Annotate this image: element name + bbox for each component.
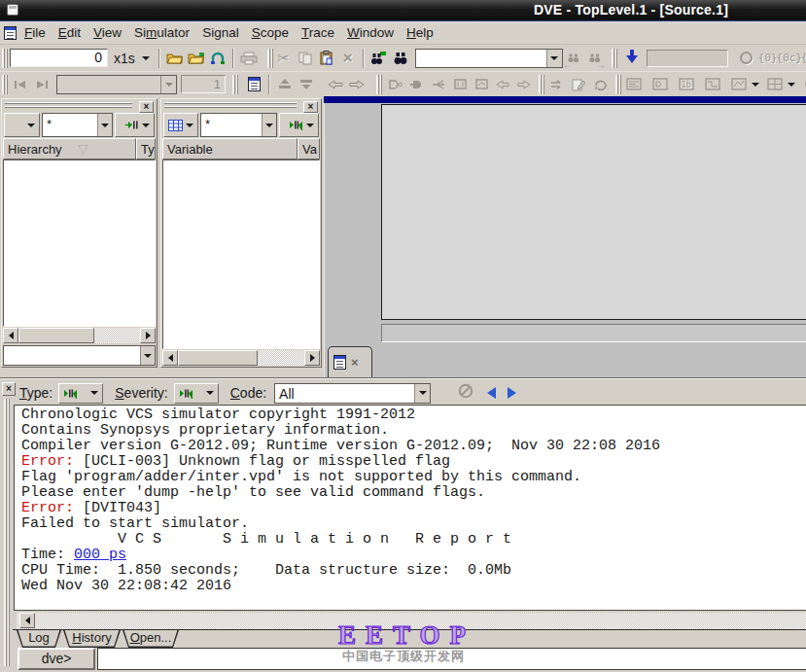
separator (268, 75, 270, 94)
next-message-button[interactable] (508, 387, 516, 399)
hierarchy-panel: × * Hierarchy▽ Ty (1, 98, 158, 368)
wave-view-button (623, 74, 645, 95)
toolbar-grip[interactable] (612, 49, 617, 68)
source-tab-icon (333, 355, 346, 370)
goto-time-button[interactable] (621, 48, 643, 69)
prev-scope-button (325, 74, 346, 95)
panel-drag-handle[interactable]: × (3, 100, 156, 113)
gate-view-button (649, 74, 671, 95)
mdi-active-border (324, 96, 806, 103)
code-label: Code: (230, 385, 266, 401)
find-next-button: → (584, 48, 606, 69)
next-scope-button (346, 74, 368, 95)
back-scope-button (492, 74, 513, 95)
forward-button (31, 74, 53, 95)
find-button[interactable] (390, 48, 411, 69)
menu-bar: FileEditViewSimulatorSignalScopeTraceWin… (0, 21, 806, 45)
severity-filter-dropdown[interactable] (174, 383, 219, 404)
separator (158, 49, 160, 68)
back-button (10, 74, 31, 95)
source-tab[interactable]: × (328, 346, 372, 377)
dropdown-arrow (750, 74, 761, 95)
variable-sync-dropdown[interactable] (279, 113, 319, 137)
hierarchy-type-dropdown[interactable] (4, 113, 40, 137)
tab-log[interactable]: Log (17, 630, 61, 648)
prompt-button[interactable]: dve> (18, 648, 95, 670)
window-icon[interactable] (7, 4, 18, 16)
hierarchy-bottom-combobox[interactable] (3, 345, 156, 366)
step-out-button: {0} (800, 48, 806, 69)
reload-session-button[interactable] (207, 48, 228, 69)
variable-hscrollbar[interactable] (162, 350, 320, 366)
watermark-title: EETOP (338, 620, 475, 651)
panel-drag-handle[interactable]: × (162, 100, 320, 113)
open-file-button[interactable] (186, 48, 207, 69)
tab-history[interactable]: History (63, 630, 121, 648)
close-panel-button[interactable]: × (139, 101, 154, 113)
title-bar: DVE - TopLevel.1 - [Source.1] (0, 0, 806, 21)
menu-signal[interactable]: Signal (202, 25, 239, 40)
hierarchy-hscrollbar[interactable] (3, 328, 156, 343)
scope-combobox (56, 75, 177, 94)
hierarchy-filter-combobox[interactable]: * (42, 113, 113, 137)
menu-view[interactable]: View (93, 25, 122, 40)
menu-simulator[interactable]: Simulator (134, 25, 190, 40)
log-text[interactable]: Chronologic VCS simulator copyright 1991… (14, 405, 806, 611)
toolbar-grip[interactable] (615, 75, 621, 94)
severity-label: Severity: (115, 385, 167, 401)
hierarchy-list[interactable] (3, 159, 156, 327)
menu-trace[interactable]: Trace (301, 25, 334, 40)
value-column-header[interactable]: Va (298, 138, 320, 159)
console-drag-handle[interactable] (4, 399, 10, 666)
source-hscrollbar[interactable] (381, 324, 806, 342)
menu-items: FileEditViewSimulatorSignalScopeTraceWin… (24, 25, 446, 40)
tab-open[interactable]: Open... (123, 630, 179, 648)
variable-view-dropdown[interactable] (163, 113, 198, 137)
menu-help[interactable]: Help (406, 25, 434, 40)
menu-scope[interactable]: Scope (252, 25, 289, 40)
paste-button[interactable] (316, 48, 337, 69)
fwd-scope-button (513, 74, 535, 95)
menu-window[interactable]: Window (347, 25, 394, 40)
new-source-view-button[interactable] (243, 74, 264, 95)
variable-filter-combobox[interactable]: * (200, 113, 277, 137)
menu-file[interactable]: File (24, 25, 46, 40)
menu-edit[interactable]: Edit (58, 25, 81, 40)
lower-window-button (296, 74, 317, 95)
toolbar-grip[interactable] (2, 49, 8, 68)
find-signal-button[interactable] (368, 48, 390, 69)
copy-button (295, 48, 316, 69)
variable-column-header[interactable]: Variable (162, 138, 298, 159)
toolbar-grip[interactable] (232, 75, 238, 94)
previous-message-button[interactable] (487, 387, 496, 399)
time-link[interactable]: 000 ps (74, 547, 126, 563)
open-database-button[interactable] (164, 48, 186, 69)
code-filter-combobox[interactable]: All (274, 383, 431, 404)
type-column-header[interactable]: Ty (136, 138, 156, 159)
toolbar-grip[interactable] (376, 75, 382, 94)
main-area: × * Hierarchy▽ Ty (0, 96, 806, 378)
compare-button (546, 74, 568, 95)
schematic-view-button (702, 74, 723, 95)
close-panel-button[interactable]: × (303, 101, 318, 113)
scroll-left-button[interactable] (19, 613, 35, 628)
close-source-tab-icon[interactable]: × (351, 355, 359, 370)
toolbar-grip[interactable] (2, 75, 8, 94)
step-in-button: {0c} (779, 48, 800, 69)
toolbar-main: 0 x1s ✂ × ← → {0} {0c} {0} (0, 45, 806, 71)
time-field[interactable]: 0 (10, 49, 108, 67)
type-filter-dropdown[interactable] (58, 383, 103, 404)
dropdown-arrow (786, 74, 797, 95)
source-view: × (324, 103, 806, 377)
toolbar-grip[interactable] (539, 75, 544, 94)
time-unit-dropdown[interactable]: x1s (114, 51, 150, 66)
variable-list[interactable] (162, 159, 320, 349)
hierarchy-column-header[interactable]: Hierarchy▽ (3, 138, 136, 159)
source-text-area[interactable] (381, 104, 806, 320)
close-console-button[interactable]: × (2, 382, 16, 396)
mdi-child-icon[interactable] (4, 26, 17, 40)
search-combobox[interactable] (415, 49, 563, 68)
find-previous-button: ← (563, 48, 584, 69)
separator (363, 49, 365, 68)
hierarchy-sync-dropdown[interactable] (115, 113, 155, 137)
